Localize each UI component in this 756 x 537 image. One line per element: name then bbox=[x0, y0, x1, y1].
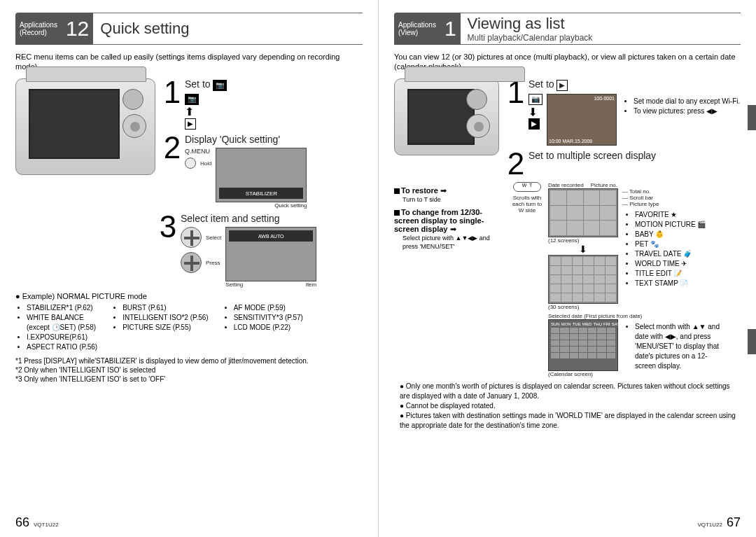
play-icon-r: ▶ bbox=[556, 80, 568, 91]
thirty-screen-thumb bbox=[548, 255, 618, 304]
r-step2-num: 2 bbox=[503, 150, 528, 178]
page-number-r: 67 bbox=[727, 515, 741, 530]
picture-type-list: FAVORITE ★ MOTION PICTURE 🎬 BABY 👶 PET 🐾… bbox=[629, 210, 706, 288]
r-step2-body: To restore ➡ Turn to T side To change fr… bbox=[394, 182, 741, 377]
lbl-picno: Picture no. bbox=[591, 182, 617, 188]
footer-right: VQT1U22 67 bbox=[697, 515, 741, 530]
calendar-thumb: SUNMONTUEWEDTHUFRISAT bbox=[548, 319, 618, 371]
change-text: Select picture with ▲▼◀▶ and press 'MENU… bbox=[402, 234, 506, 251]
header-title: Quick setting bbox=[93, 13, 363, 45]
step3-num: 3 bbox=[155, 213, 181, 241]
quick-caption: Quick setting bbox=[216, 202, 307, 209]
cursor-icon bbox=[181, 227, 202, 248]
page-66: Applications (Record) 12 Quick setting R… bbox=[0, 0, 378, 537]
step3-title: Select item and setting bbox=[181, 213, 316, 224]
page-67: Applications (View) 1 Viewing as list Mu… bbox=[378, 0, 756, 537]
rec-icon-r: 📷 bbox=[528, 94, 542, 105]
arrow-down-icon-2: ⬇ bbox=[548, 244, 618, 255]
hold-label: Hold bbox=[200, 160, 211, 167]
menu-columns: STABILIZER*1 (P.62) WHITE BALANCE (excep… bbox=[15, 303, 363, 352]
arrow-down-icon: ⬆ bbox=[528, 105, 538, 118]
doc-id: VQT1U22 bbox=[34, 522, 59, 528]
cal-caption: (Calendar screen) bbox=[548, 371, 618, 377]
menu-col-3: AF MODE (P.59) SENSITIVITY*3 (P.57) LCD … bbox=[230, 303, 303, 352]
arrow-right-icon-2: ➡ bbox=[450, 225, 456, 233]
step2-title: Display 'Quick setting' bbox=[185, 134, 307, 145]
arrow-right-icon: ➡ bbox=[440, 186, 447, 195]
header-number: 12 bbox=[62, 13, 93, 45]
restore-text: Turn to T side bbox=[402, 195, 506, 204]
menu-col-1: STABILIZER*1 (P.62) WHITE BALANCE (excep… bbox=[22, 303, 97, 352]
thumb-captions: Setting Item bbox=[225, 281, 316, 288]
rec-icon: 📷 bbox=[185, 94, 199, 105]
play-icon-r2: ▶ bbox=[528, 118, 540, 130]
r-step2-title: Set to multiple screen display bbox=[528, 150, 656, 161]
camera-illustration-r bbox=[394, 78, 499, 155]
cal-note-list: Select month with ▲▼ and date with ◀▶, a… bbox=[629, 322, 720, 375]
zoom-lever-icon: W T bbox=[513, 182, 541, 192]
thirty-caption: (30 screens) bbox=[548, 304, 618, 310]
header-number-r: 1 bbox=[440, 13, 461, 45]
header-category: Applications (Record) bbox=[15, 13, 62, 45]
header-left: Applications (Record) 12 Quick setting bbox=[15, 13, 363, 45]
r-step1-bullets: Set mode dial to any except Wi-Fi. To vi… bbox=[628, 97, 741, 143]
press-label: Press bbox=[206, 260, 220, 266]
set-button-icon bbox=[181, 252, 202, 273]
camera-illustration bbox=[15, 78, 155, 175]
cal-sel-label: Selected date (First picture from date) bbox=[548, 313, 720, 319]
page-number: 66 bbox=[15, 515, 29, 530]
example-heading: ● Example) NORMAL PICTURE mode bbox=[15, 292, 363, 300]
header-right: Applications (View) 1 Viewing as list Mu… bbox=[394, 13, 741, 45]
end-bullets: ● Only one month's worth of pictures is … bbox=[394, 382, 741, 431]
step1-title: Set to 📷 bbox=[185, 78, 227, 91]
select-screen-thumb: AWB AUTO bbox=[225, 227, 316, 281]
lbl-date: Date recorded bbox=[548, 182, 584, 188]
single-picture-thumb: 100-0001 10:00 MAR.15.2008 bbox=[547, 94, 617, 146]
edge-tab-2 bbox=[748, 329, 756, 354]
step1-area: 1 Set to 📷 📷 ⬆ ▶ bbox=[15, 78, 363, 213]
edge-tab-1 bbox=[748, 105, 756, 130]
twelve-caption: (12 screens) bbox=[548, 237, 618, 244]
footer-left: 66 VQT1U22 bbox=[15, 515, 59, 530]
title-text: Quick setting bbox=[100, 20, 356, 38]
hdr-app2: (Record) bbox=[20, 29, 57, 36]
lever-label: Scrolls with each turn to W side bbox=[510, 195, 544, 214]
r-step1-num: 1 bbox=[503, 78, 528, 106]
menu-col-2: BURST (P.61) INTELLIGENT ISO*2 (P.56) PI… bbox=[118, 303, 208, 352]
r-step1-area: 1 Set to ▶ 📷 ⬆ ▶ bbox=[394, 78, 741, 182]
header-title-r: Viewing as list Multi playback/Calendar … bbox=[461, 13, 741, 45]
arrow-up-icon: ⬆ bbox=[185, 106, 194, 118]
step1-num: 1 bbox=[160, 78, 185, 106]
lbl-scroll: Scroll bar bbox=[629, 195, 653, 201]
doc-id-r: VQT1U22 bbox=[697, 522, 722, 528]
change-heading: To change from 12/30-screen display to s… bbox=[394, 208, 484, 233]
restore-heading: To restore bbox=[401, 186, 438, 195]
footnotes-left: *1 Press [DISPLAY] while'STABILIZER' is … bbox=[15, 356, 363, 384]
lbl-pictype: Picture type bbox=[629, 201, 659, 207]
play-icon: ▶ bbox=[185, 118, 196, 130]
header-category-r: Applications (View) bbox=[394, 13, 440, 45]
camera-icon: 📷 bbox=[213, 80, 227, 91]
quick-setting-screen-thumb: STABILIZER bbox=[216, 148, 307, 202]
select-label: Select bbox=[206, 235, 221, 241]
r-step1-title: Set to ▶ bbox=[528, 78, 741, 91]
step2-num: 2 bbox=[160, 134, 185, 162]
qmenu-button-icon bbox=[185, 158, 196, 169]
lbl-total: Total no. bbox=[629, 188, 650, 195]
twelve-screen-thumb bbox=[548, 188, 618, 237]
hdr-app1: Applications bbox=[20, 21, 57, 29]
qmenu-label: Q.MENU bbox=[185, 148, 211, 155]
